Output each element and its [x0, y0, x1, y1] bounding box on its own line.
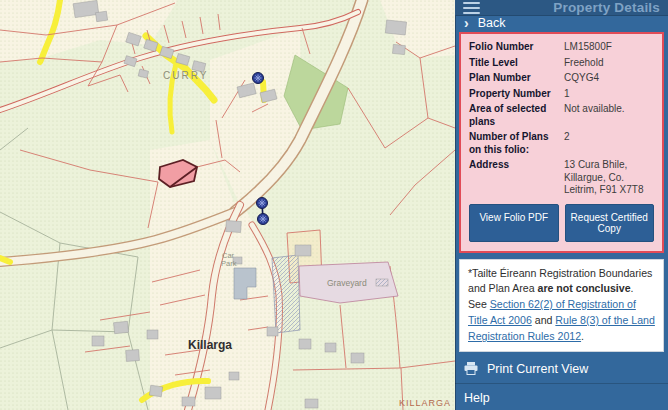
print-current-view-button[interactable]: Print Current View [455, 355, 668, 384]
detail-label: Plan Number [469, 72, 564, 85]
map-label-killarga-town: Killarga [188, 338, 232, 352]
property-details-panel: Property Details › Back Folio Number LM1… [455, 0, 668, 410]
detail-label: Property Number [469, 88, 564, 101]
detail-value: 13 Cura Bhile, Killargue, Co. Leitrim, F… [564, 159, 654, 197]
printer-icon [464, 362, 478, 375]
back-label: Back [478, 16, 506, 30]
detail-label: Area of selected plans [469, 103, 564, 128]
survey-marker-icon[interactable] [257, 198, 268, 209]
map-canvas[interactable]: CURRY Car Park Graveyard Killarga KILLAR… [0, 0, 455, 410]
graveyard-symbol-icon [376, 279, 388, 286]
detail-value: 1 [564, 88, 654, 101]
detail-row-address: Address 13 Cura Bhile, Killargue, Co. Le… [469, 159, 654, 197]
detail-label: Folio Number [469, 41, 564, 54]
survey-marker-icon[interactable] [258, 214, 269, 225]
detail-value: CQYG4 [564, 72, 654, 85]
detail-label: Address [469, 159, 564, 197]
detail-row-plan-count: Number of Plans on this folio: 2 [469, 131, 654, 156]
map-hatched-strip [272, 255, 300, 333]
detail-value: Freehold [564, 57, 654, 70]
map-label-curry: CURRY [163, 70, 208, 81]
panel-title: Property Details [553, 0, 660, 15]
detail-row-plan-number: Plan Number CQYG4 [469, 72, 654, 85]
disclaimer-text: and [532, 314, 556, 326]
help-label: Help [464, 391, 490, 405]
folio-actions: View Folio PDF Request Certified Copy [469, 204, 654, 242]
back-button[interactable]: › Back [455, 16, 668, 30]
detail-value: 2 [564, 131, 654, 156]
print-label: Print Current View [487, 362, 588, 376]
app-window: CURRY Car Park Graveyard Killarga KILLAR… [0, 0, 668, 410]
detail-row-area: Area of selected plans Not available. [469, 103, 654, 128]
detail-row-folio-number: Folio Number LM15800F [469, 41, 654, 54]
hamburger-menu-icon[interactable] [463, 2, 480, 14]
request-certified-copy-button[interactable]: Request Certified Copy [565, 204, 655, 242]
map-label-killarga-townland: KILLARGA [399, 398, 451, 408]
help-button[interactable]: Help [455, 384, 668, 410]
detail-label: Number of Plans on this folio: [469, 131, 564, 156]
detail-value: Not available. [564, 103, 654, 128]
detail-value: LM15800F [564, 41, 654, 54]
map-svg: CURRY Car Park Graveyard Killarga KILLAR… [0, 0, 455, 410]
back-chevron-icon: › [464, 16, 469, 30]
panel-header: Property Details [455, 0, 668, 16]
view-folio-pdf-button[interactable]: View Folio PDF [469, 204, 559, 242]
disclaimer-bold-text: are not conclusive [538, 282, 631, 294]
survey-marker-icon[interactable] [253, 73, 264, 84]
folio-details-card: Folio Number LM15800F Title Level Freeho… [459, 32, 664, 253]
disclaimer-text: . [581, 330, 584, 342]
map-label-graveyard: Graveyard [327, 278, 367, 288]
disclaimer-note: *Tailte Éireann Registration Boundaries … [459, 259, 664, 352]
detail-row-title-level: Title Level Freehold [469, 57, 654, 70]
detail-row-property-number: Property Number 1 [469, 88, 654, 101]
detail-label: Title Level [469, 57, 564, 70]
map-label-carpark-line2: Park [221, 259, 237, 268]
